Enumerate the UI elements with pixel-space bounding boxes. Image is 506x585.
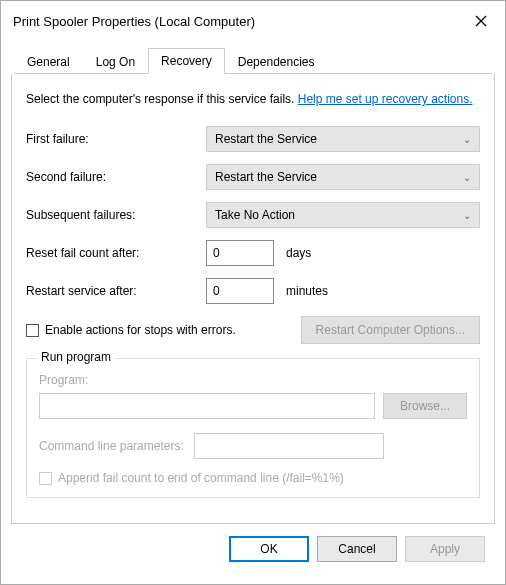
days-unit: days	[286, 246, 311, 260]
intro-text: Select the computer's response if this s…	[26, 90, 480, 108]
tab-dependencies[interactable]: Dependencies	[225, 49, 328, 74]
apply-button: Apply	[405, 536, 485, 562]
enable-actions-checkbox[interactable]	[26, 324, 39, 337]
tab-logon[interactable]: Log On	[83, 49, 148, 74]
titlebar: Print Spooler Properties (Local Computer…	[1, 1, 505, 41]
program-input-row: Browse...	[39, 393, 467, 419]
second-failure-select[interactable]: Restart the Service ⌄	[206, 164, 480, 190]
chevron-down-icon: ⌄	[463, 210, 471, 221]
subsequent-failure-select[interactable]: Take No Action ⌄	[206, 202, 480, 228]
tab-general[interactable]: General	[14, 49, 83, 74]
cmdline-input	[194, 433, 384, 459]
properties-dialog: Print Spooler Properties (Local Computer…	[0, 0, 506, 585]
restart-row: Restart service after: minutes	[26, 278, 480, 304]
first-failure-value: Restart the Service	[215, 132, 317, 146]
window-title: Print Spooler Properties (Local Computer…	[13, 14, 255, 29]
first-failure-row: First failure: Restart the Service ⌄	[26, 126, 480, 152]
restart-label: Restart service after:	[26, 284, 206, 298]
help-link[interactable]: Help me set up recovery actions.	[298, 92, 473, 106]
dialog-footer: OK Cancel Apply	[11, 524, 495, 574]
second-failure-label: Second failure:	[26, 170, 206, 184]
browse-button: Browse...	[383, 393, 467, 419]
recovery-panel: Select the computer's response if this s…	[11, 74, 495, 524]
cmdline-label: Command line parameters:	[39, 439, 184, 453]
append-label: Append fail count to end of command line…	[58, 471, 344, 485]
restart-computer-options-button: Restart Computer Options...	[301, 316, 480, 344]
program-input	[39, 393, 375, 419]
chevron-down-icon: ⌄	[463, 172, 471, 183]
chevron-down-icon: ⌄	[463, 134, 471, 145]
run-program-fieldset: Run program Program: Browse... Command l…	[26, 358, 480, 498]
reset-row: Reset fail count after: days	[26, 240, 480, 266]
subsequent-failure-value: Take No Action	[215, 208, 295, 222]
cancel-button[interactable]: Cancel	[317, 536, 397, 562]
first-failure-select[interactable]: Restart the Service ⌄	[206, 126, 480, 152]
reset-days-input[interactable]	[206, 240, 274, 266]
reset-label: Reset fail count after:	[26, 246, 206, 260]
restart-minutes-input[interactable]	[206, 278, 274, 304]
append-row: Append fail count to end of command line…	[39, 471, 467, 485]
subsequent-failure-label: Subsequent failures:	[26, 208, 206, 222]
enable-actions-row: Enable actions for stops with errors.	[26, 323, 236, 337]
tabstrip: General Log On Recovery Dependencies	[14, 47, 492, 74]
close-icon	[475, 15, 487, 27]
cmdline-row: Command line parameters:	[39, 433, 467, 459]
second-failure-value: Restart the Service	[215, 170, 317, 184]
tab-recovery[interactable]: Recovery	[148, 48, 225, 74]
ok-button[interactable]: OK	[229, 536, 309, 562]
close-button[interactable]	[469, 9, 493, 33]
enable-actions-label: Enable actions for stops with errors.	[45, 323, 236, 337]
subsequent-failure-row: Subsequent failures: Take No Action ⌄	[26, 202, 480, 228]
append-checkbox	[39, 472, 52, 485]
dialog-body: General Log On Recovery Dependencies Sel…	[1, 41, 505, 584]
minutes-unit: minutes	[286, 284, 328, 298]
program-label: Program:	[39, 373, 467, 387]
options-row: Enable actions for stops with errors. Re…	[26, 316, 480, 344]
run-program-legend: Run program	[37, 350, 115, 364]
intro-message: Select the computer's response if this s…	[26, 92, 298, 106]
second-failure-row: Second failure: Restart the Service ⌄	[26, 164, 480, 190]
first-failure-label: First failure:	[26, 132, 206, 146]
